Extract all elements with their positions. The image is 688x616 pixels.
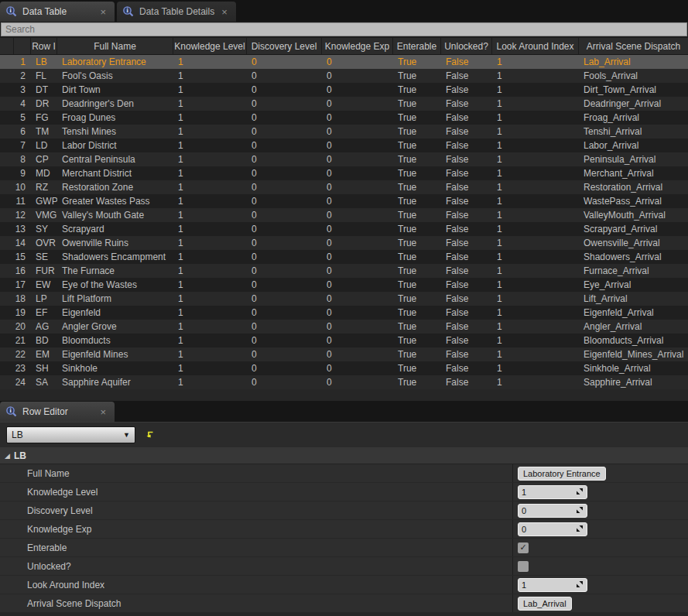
- full-name-input[interactable]: Laboratory Entrance: [518, 467, 606, 481]
- drag-handle-icon[interactable]: [0, 307, 14, 318]
- close-icon[interactable]: ×: [98, 6, 108, 18]
- table-row-TM[interactable]: 6TMTenshi Mines100TrueFalse1Tenshi_Arriv…: [0, 125, 688, 139]
- drag-handle-icon[interactable]: [0, 363, 14, 374]
- look-around-index-input[interactable]: 1: [518, 578, 587, 592]
- drag-handle-icon[interactable]: [0, 84, 14, 95]
- tab-data-table-details[interactable]: i Data Table Details ×: [117, 2, 236, 22]
- drag-handle-icon[interactable]: [0, 321, 14, 332]
- drag-handle-icon[interactable]: [0, 196, 14, 207]
- drag-adjust-icon[interactable]: [576, 487, 584, 498]
- drag-handle-icon[interactable]: [0, 377, 14, 388]
- cell-knowledge-exp: 0: [322, 56, 393, 67]
- cell-enterable: True: [393, 56, 441, 67]
- table-row-FL[interactable]: 2FLFool's Oasis100TrueFalse1Fools_Arriva…: [0, 69, 688, 83]
- column-header-knowledge-level[interactable]: Knowledge Level: [173, 38, 247, 54]
- column-header-blank[interactable]: [14, 38, 31, 54]
- table-row-GWP[interactable]: 11GWPGreater Wastes Pass100TrueFalse1Was…: [0, 194, 688, 208]
- table-row-BD[interactable]: 21BDBloomducts100TrueFalse1Bloomducts_Ar…: [0, 334, 688, 347]
- cell-arrival-scene-dispatch: Restoration_Arrival: [579, 182, 688, 193]
- drag-handle-icon[interactable]: [0, 154, 14, 165]
- table-row-OVR[interactable]: 14OVROwenville Ruins100TrueFalse1Owensvi…: [0, 236, 688, 250]
- column-header-row-i[interactable]: Row I: [31, 38, 57, 54]
- table-row-EW[interactable]: 17EWEye of the Wastes100TrueFalse1Eye_Ar…: [0, 278, 688, 292]
- drag-handle-icon[interactable]: [0, 265, 14, 276]
- table-row-FG[interactable]: 5FGFroag Dunes100TrueFalse1Froag_Arrival: [0, 111, 688, 125]
- drag-handle-icon[interactable]: [0, 112, 14, 123]
- cell-row-name: EF: [31, 307, 57, 318]
- cell-enterable: True: [393, 98, 441, 109]
- arrival-scene-dispatch-input[interactable]: Lab_Arrival: [518, 597, 572, 611]
- table-row-DT[interactable]: 3DTDirt Town100TrueFalse1Dirt_Town_Arriv…: [0, 83, 688, 97]
- drag-handle-icon[interactable]: [0, 279, 14, 290]
- search-input[interactable]: [1, 22, 687, 36]
- drag-handle-icon[interactable]: [0, 224, 14, 234]
- drag-adjust-icon[interactable]: [576, 524, 584, 535]
- enterable-checkbox[interactable]: ✓: [518, 542, 529, 553]
- column-header-arrival-scene-dispatch[interactable]: Arrival Scene Dispatch: [579, 38, 688, 54]
- drag-handle-icon[interactable]: [0, 140, 14, 151]
- column-header-unlocked[interactable]: Unlocked?: [441, 38, 492, 54]
- cell-full-name: The Furnace: [57, 265, 173, 276]
- table-row-LD[interactable]: 7LDLabor District100TrueFalse1Labor_Arri…: [0, 139, 688, 152]
- row-select-dropdown[interactable]: LB ▼: [6, 426, 135, 443]
- discovery-level-input[interactable]: 0: [518, 504, 587, 518]
- drag-handle-icon[interactable]: [0, 56, 14, 67]
- reset-to-default-icon[interactable]: [143, 429, 156, 441]
- drag-handle-icon[interactable]: [0, 70, 14, 81]
- cell-knowledge-exp: 0: [322, 335, 393, 346]
- table-row-SA[interactable]: 24SASapphire Aquifer100TrueFalse1Sapphir…: [0, 375, 688, 389]
- table-row-FUR[interactable]: 16FURThe Furnace100TrueFalse1Furnace_Arr…: [0, 264, 688, 278]
- cell-unlocked: False: [441, 307, 492, 318]
- drag-handle-icon[interactable]: [0, 349, 14, 360]
- drag-adjust-icon[interactable]: [576, 505, 584, 516]
- row-editor-fields: Full NameLaboratory EntranceKnowledge Le…: [0, 464, 688, 613]
- table-row-MD[interactable]: 9MDMerchant District100TrueFalse1Merchan…: [0, 166, 688, 180]
- drag-handle-icon[interactable]: [0, 182, 14, 193]
- table-row-EM[interactable]: 22EMEigenfeld Mines100TrueFalse1Eigenfel…: [0, 347, 688, 361]
- table-row-LP[interactable]: 18LPLift Platform100TrueFalse1Lift_Arriv…: [0, 292, 688, 306]
- drag-handle-icon[interactable]: [0, 210, 14, 221]
- cell-look-around-index: 1: [492, 98, 579, 109]
- cell-look-around-index: 1: [492, 293, 579, 304]
- row-section-header[interactable]: ◢ LB: [0, 447, 688, 464]
- close-icon[interactable]: ×: [98, 406, 108, 418]
- tab-data-table[interactable]: i Data Table ×: [0, 2, 115, 22]
- drag-handle-icon[interactable]: [0, 238, 14, 248]
- column-header-knowledge-exp[interactable]: Knowledge Exp: [322, 38, 393, 54]
- column-header-look-around-index[interactable]: Look Around Index: [492, 38, 579, 54]
- drag-handle-icon[interactable]: [0, 126, 14, 137]
- unlocked-checkbox[interactable]: [518, 561, 529, 572]
- table-row-RZ[interactable]: 10RZRestoration Zone100TrueFalse1Restora…: [0, 180, 688, 194]
- drag-adjust-icon[interactable]: [576, 580, 584, 590]
- close-icon[interactable]: ×: [219, 6, 230, 18]
- column-header-blank[interactable]: [0, 38, 14, 54]
- column-header-full-name[interactable]: Full Name: [57, 38, 173, 54]
- field-label-full-name: Full Name: [0, 464, 513, 482]
- drag-handle-icon[interactable]: [0, 252, 14, 262]
- drag-handle-icon[interactable]: [0, 335, 14, 346]
- tab-row-editor[interactable]: i Row Editor ×: [0, 402, 115, 422]
- table-row-DR[interactable]: 4DRDeadringer's Den100TrueFalse1Deadring…: [0, 97, 688, 111]
- table-row-SY[interactable]: 13SYScrapyard100TrueFalse1Scrapyard_Arri…: [0, 222, 688, 236]
- drag-handle-icon[interactable]: [0, 168, 14, 179]
- table-row-SH[interactable]: 23SHSinkhole100TrueFalse1Sinkhole_Arriva…: [0, 361, 688, 375]
- table-row-SE[interactable]: 15SEShadowers Encampment100TrueFalse1Sha…: [0, 250, 688, 264]
- column-header-discovery-level[interactable]: Discovery Level: [247, 38, 322, 54]
- cell-enterable: True: [393, 154, 441, 165]
- cell-row-number: 19: [14, 307, 31, 318]
- number-value: 0: [522, 505, 576, 516]
- drag-handle-icon[interactable]: [0, 293, 14, 304]
- table-row-VMG[interactable]: 12VMGValley's Mouth Gate100TrueFalse1Val…: [0, 208, 688, 222]
- table-row-LB[interactable]: 1LBLaboratory Entrance100TrueFalse1Lab_A…: [0, 55, 688, 69]
- cell-row-name: TM: [31, 126, 57, 137]
- cell-full-name: Fool's Oasis: [57, 70, 173, 81]
- tab-label: Data Table Details: [135, 6, 219, 17]
- table-row-EF[interactable]: 19EFEigenfeld100TrueFalse1Eigenfeld_Arri…: [0, 306, 688, 320]
- knowledge-exp-input[interactable]: 0: [518, 522, 587, 536]
- table-row-CP[interactable]: 8CPCentral Peninsula100TrueFalse1Peninsu…: [0, 152, 688, 166]
- knowledge-level-input[interactable]: 1: [518, 485, 587, 499]
- table-row-AG[interactable]: 20AGAngler Grove100TrueFalse1Angler_Arri…: [0, 320, 688, 334]
- cell-full-name: Lift Platform: [57, 293, 173, 304]
- column-header-enterable[interactable]: Enterable: [393, 38, 441, 54]
- drag-handle-icon[interactable]: [0, 98, 14, 109]
